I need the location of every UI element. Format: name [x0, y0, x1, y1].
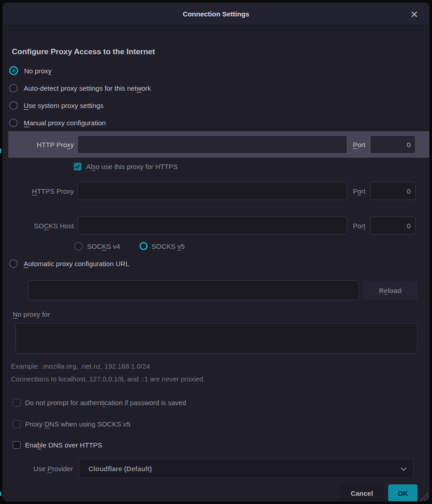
http-proxy-label: HTTP Proxy	[15, 141, 74, 149]
radio-socks-v5[interactable]	[139, 242, 148, 250]
checkbox-unchecked-icon	[13, 420, 21, 428]
socks-host-row: SOCKS Host Port	[3, 216, 429, 235]
radio-auto-detect[interactable]: Auto-detect proxy settings for this netw…	[3, 79, 429, 97]
https-proxy-label: HTTPS Proxy	[15, 187, 74, 195]
auto-url-input[interactable]	[28, 280, 359, 300]
enable-doh-checkbox[interactable]: Enable DNS over HTTPS	[3, 439, 429, 450]
socks-host-label: SOCKS Host	[15, 222, 74, 230]
no-proxy-for-textarea[interactable]	[15, 323, 417, 354]
socks-port-label: Port	[353, 222, 365, 230]
auto-url-row: Reload	[3, 280, 429, 300]
example-text: Example: .mozilla.org, .net.nz, 192.168.…	[3, 360, 429, 371]
socks-v5-label: SOCKS v5	[152, 242, 185, 250]
reload-button[interactable]: Reload	[363, 281, 417, 300]
radio-auto-detect-label: Auto-detect proxy settings for this netw…	[24, 84, 151, 92]
http-port-input[interactable]	[370, 135, 416, 154]
dialog-titlebar: Connection Settings ✕	[3, 3, 429, 26]
https-port-input[interactable]	[370, 182, 416, 200]
checkbox-checked-icon	[74, 163, 82, 170]
radio-manual[interactable]: Manual proxy configuration	[3, 114, 429, 131]
radio-use-system[interactable]: Use system proxy settings	[3, 97, 429, 114]
enable-doh-label: Enable DNS over HTTPS	[25, 441, 102, 449]
provider-row: Use Provider Cloudflare (Default)	[3, 459, 429, 478]
http-proxy-row-highlighted: HTTP Proxy Port	[8, 131, 429, 158]
http-port-label: Port	[353, 141, 365, 149]
socks-port-input[interactable]	[370, 216, 416, 235]
radio-auto-url-label: Automatic proxy configuration URL	[24, 260, 129, 267]
cancel-button[interactable]: Cancel	[339, 484, 384, 501]
socks-host-input[interactable]	[77, 216, 347, 235]
checkbox-unchecked-icon	[13, 399, 21, 406]
radio-use-system-label: Use system proxy settings	[24, 102, 103, 109]
close-button[interactable]: ✕	[406, 3, 422, 26]
proxy-dns-label: Proxy DNS when using SOCKS v5	[25, 420, 130, 428]
chevron-down-icon	[401, 465, 407, 471]
radio-unselected-icon	[9, 101, 18, 110]
radio-manual-label: Manual proxy configuration	[24, 119, 106, 127]
background-artifact	[0, 492, 1, 496]
radio-no-proxy-label: No proxy	[24, 67, 51, 75]
provider-dropdown[interactable]: Cloudflare (Default)	[79, 459, 414, 478]
http-proxy-input[interactable]	[77, 135, 347, 154]
provider-label: Use Provider	[25, 465, 73, 473]
radio-unselected-icon	[9, 84, 18, 93]
https-port-label: Port	[353, 187, 365, 195]
dialog-footer: Cancel OK	[3, 484, 429, 501]
radio-no-proxy[interactable]: No proxy	[3, 62, 429, 79]
connection-settings-dialog: Connection Settings ✕ Configure Proxy Ac…	[3, 3, 429, 501]
provider-selected-value: Cloudflare (Default)	[88, 465, 152, 473]
radio-socks-v4[interactable]	[74, 242, 83, 251]
https-proxy-row: HTTPS Proxy Port	[3, 182, 429, 200]
also-https-label: Also use this proxy for HTTPS	[86, 163, 178, 170]
checkbox-unchecked-icon	[13, 441, 21, 449]
proxy-dns-checkbox[interactable]: Proxy DNS when using SOCKS v5	[3, 418, 429, 429]
localhost-note: Connections to localhost, 127.0.0.1/8, a…	[3, 373, 429, 384]
no-proxy-for-label: No proxy for	[3, 309, 429, 319]
radio-selected-icon	[9, 66, 18, 75]
radio-unselected-icon	[9, 259, 18, 268]
background-artifact	[0, 149, 1, 153]
also-https-checkbox[interactable]: Also use this proxy for HTTPS	[3, 161, 429, 172]
radio-unselected-icon	[9, 118, 18, 127]
socks-version-row: SOCKS v4 SOCKS v5	[3, 241, 429, 252]
no-auth-prompt-checkbox[interactable]: Do not prompt for authentication if pass…	[3, 397, 429, 408]
socks-v4-label: SOCKS v4	[87, 242, 120, 250]
checkmark-icon	[75, 164, 80, 168]
ok-button[interactable]: OK	[388, 484, 417, 501]
page-title: Configure Proxy Access to the Internet	[3, 46, 429, 57]
dialog-content: Configure Proxy Access to the Internet N…	[3, 26, 429, 501]
close-icon: ✕	[410, 10, 418, 19]
no-auth-prompt-label: Do not prompt for authentication if pass…	[25, 399, 186, 406]
dialog-title: Connection Settings	[183, 10, 249, 18]
https-proxy-input[interactable]	[77, 182, 347, 200]
radio-auto-url[interactable]: Automatic proxy configuration URL	[3, 257, 429, 270]
